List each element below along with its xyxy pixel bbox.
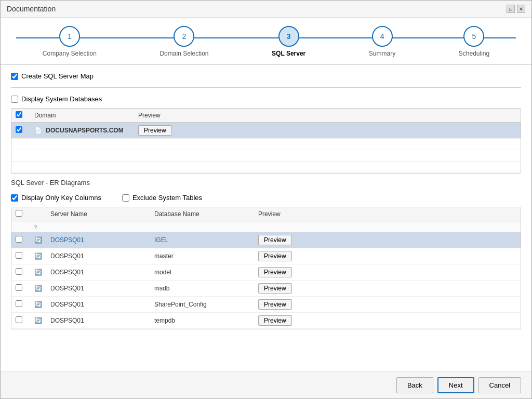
step-5-label: Scheduling: [459, 50, 489, 57]
database-icon: 🔄: [34, 252, 42, 260]
table-row: [11, 150, 521, 162]
er-header-db: Database Name: [150, 207, 254, 221]
er-row-1-icon: 🔄: [30, 232, 46, 248]
display-key-cols-checkbox[interactable]: [11, 194, 18, 202]
er-row-4-server: DOSPSQ01: [46, 281, 150, 297]
er-row-5-extra: [306, 297, 521, 313]
er-preview-button-3[interactable]: Preview: [258, 267, 292, 277]
er-table: Server Name Database Name Preview ▿: [11, 207, 521, 329]
er-row-3-db: model: [150, 264, 254, 281]
step-1-circle: 1: [59, 26, 80, 47]
er-row-2-server: DOSPSQ01: [46, 248, 150, 264]
database-icon: 🔄: [34, 301, 42, 308]
create-sql-map-checkbox[interactable]: [11, 73, 18, 80]
display-system-db-row: Display System Databases: [11, 95, 521, 103]
step-5-circle: 5: [463, 26, 484, 47]
table-row[interactable]: 🔄 DOSPSQ01 IGEL Preview: [11, 232, 521, 248]
bottom-bar: Back Next Cancel: [1, 371, 531, 398]
er-select-all-checkbox[interactable]: [16, 210, 22, 217]
er-row-6-extra: [306, 313, 521, 329]
exclude-sys-tables-label: Exclude System Tables: [132, 194, 202, 202]
er-row-1-preview-cell: Preview: [254, 232, 306, 248]
step-1-label: Company Selection: [43, 50, 97, 57]
domain-row-checkbox[interactable]: [16, 126, 22, 133]
empty-cell: [30, 162, 134, 173]
er-row-5-checkbox[interactable]: [16, 300, 22, 307]
empty-cell: [134, 162, 186, 173]
domain-row-icon-name: 📄 DOCUSNAPSPORTS.COM: [30, 123, 134, 139]
er-row-5-check: [11, 297, 30, 313]
display-key-cols-row: Display Only Key Columns: [11, 194, 101, 202]
er-row-6-checkbox[interactable]: [16, 316, 22, 323]
empty-cell: [186, 150, 521, 162]
er-row-5-preview-cell: Preview: [254, 297, 306, 313]
er-row-3-icon: 🔄: [30, 264, 46, 281]
step-2-label: Domain Selection: [159, 50, 208, 57]
table-row[interactable]: 🔄 DOSPSQ01 model Preview: [11, 264, 521, 281]
display-system-db-checkbox[interactable]: [11, 96, 18, 103]
restore-button[interactable]: □: [507, 5, 515, 13]
empty-cell: [134, 150, 186, 162]
display-system-db-label: Display System Databases: [21, 95, 102, 103]
table-row: [11, 162, 521, 173]
empty-cell: [11, 139, 30, 150]
table-row[interactable]: 📄 DOCUSNAPSPORTS.COM Preview: [11, 123, 521, 139]
er-row-3-check: [11, 264, 30, 281]
domain-select-all-checkbox[interactable]: [16, 111, 22, 118]
database-icon: 🔄: [34, 236, 42, 244]
er-preview-button-4[interactable]: Preview: [258, 283, 292, 294]
er-row-3-server: DOSPSQ01: [46, 264, 150, 281]
er-row-4-db: msdb: [150, 281, 254, 297]
er-row-2-checkbox[interactable]: [16, 252, 22, 259]
cancel-button[interactable]: Cancel: [478, 377, 521, 393]
er-row-2-db: master: [150, 248, 254, 264]
main-body: Create SQL Server Map Display System Dat…: [1, 67, 531, 371]
exclude-sys-tables-checkbox[interactable]: [122, 194, 129, 202]
er-row-5-server: DOSPSQ01: [46, 297, 150, 313]
er-header-preview: Preview: [254, 207, 306, 221]
table-row[interactable]: 🔄 DOSPSQ01 SharePoint_Config Preview: [11, 297, 521, 313]
domain-table-header-row: Domain Preview: [11, 109, 521, 123]
er-header-check: [11, 207, 30, 221]
step-1: 1 Company Selection: [43, 26, 97, 57]
er-header-icon: [30, 207, 46, 221]
er-preview-button-1[interactable]: Preview: [258, 235, 292, 245]
er-row-1-server: DOSPSQ01: [46, 232, 150, 248]
step-4-circle: 4: [372, 26, 393, 47]
er-preview-button-5[interactable]: Preview: [258, 299, 292, 310]
er-preview-button-2[interactable]: Preview: [258, 251, 292, 261]
table-row[interactable]: 🔄 DOSPSQ01 tempdb Preview: [11, 313, 521, 329]
filter-db-cell: [150, 221, 254, 232]
er-row-1-checkbox[interactable]: [16, 236, 22, 243]
er-row-6-server: DOSPSQ01: [46, 313, 150, 329]
step-3: 3 SQL Server: [272, 26, 305, 57]
er-options-row: Display Only Key Columns Exclude System …: [11, 194, 521, 202]
empty-cell: [30, 150, 134, 162]
stepper-steps: 1 Company Selection 2 Domain Selection 3…: [11, 26, 521, 57]
domain-preview-button[interactable]: Preview: [138, 125, 172, 136]
next-button[interactable]: Next: [437, 377, 474, 393]
empty-cell: [186, 139, 521, 150]
er-row-6-preview-cell: Preview: [254, 313, 306, 329]
er-row-3-checkbox[interactable]: [16, 268, 22, 275]
content-area: 1 Company Selection 2 Domain Selection 3…: [1, 18, 531, 398]
step-2: 2 Domain Selection: [159, 26, 208, 57]
table-row[interactable]: 🔄 DOSPSQ01 master Preview: [11, 248, 521, 264]
er-row-2-extra: [306, 248, 521, 264]
er-table-wrapper: Server Name Database Name Preview ▿: [11, 207, 521, 329]
step-3-circle: 3: [278, 26, 299, 47]
title-bar: Documentation □ ✕: [1, 1, 531, 18]
er-preview-button-6[interactable]: Preview: [258, 315, 292, 326]
domain-name: DOCUSNAPSPORTS.COM: [46, 127, 123, 134]
table-row[interactable]: 🔄 DOSPSQ01 msdb Preview: [11, 281, 521, 297]
back-button[interactable]: Back: [396, 377, 433, 393]
filter-icon: ▿: [34, 223, 37, 230]
empty-cell: [134, 139, 186, 150]
er-row-4-preview-cell: Preview: [254, 281, 306, 297]
domain-header-domain: Domain: [30, 109, 134, 123]
er-row-2-check: [11, 248, 30, 264]
empty-cell: [11, 150, 30, 162]
er-row-4-checkbox[interactable]: [16, 284, 22, 291]
er-section: SQL Sever - ER Diagrams: [11, 179, 521, 189]
close-button[interactable]: ✕: [517, 5, 525, 13]
